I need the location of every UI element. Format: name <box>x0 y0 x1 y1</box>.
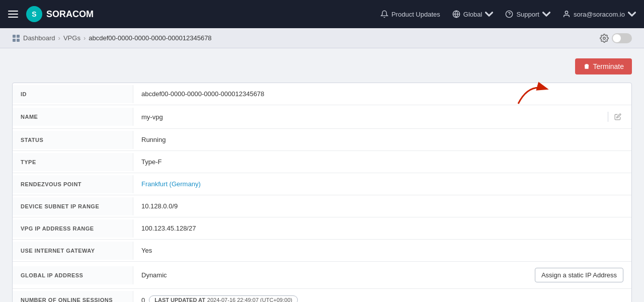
svg-rect-8 <box>17 39 20 42</box>
table-row: DEVICE SUBNET IP RANGE10.128.0.0/9 <box>13 195 631 217</box>
trash-icon <box>583 63 590 70</box>
row-label: VPG IP ADDRESS RANGE <box>13 219 133 238</box>
row-label: GLOBAL IP ADDRESS <box>13 266 133 284</box>
global-chevron-icon <box>485 10 493 18</box>
breadcrumb-bar: Dashboard › VPGs › abcdef00-0000-0000-00… <box>0 28 644 48</box>
row-label: DEVICE SUBNET IP RANGE <box>13 197 133 215</box>
row-text: my-vpg <box>141 113 163 121</box>
breadcrumb-dashboard[interactable]: Dashboard <box>23 34 55 42</box>
support-chevron-icon <box>542 10 550 18</box>
row-label: NAME <box>13 108 133 126</box>
breadcrumb: Dashboard › VPGs › abcdef00-0000-0000-00… <box>12 34 212 42</box>
terminate-label: Terminate <box>593 62 624 70</box>
logo-text: SORACOM <box>46 9 94 20</box>
table-row: STATUSRunning <box>13 129 631 151</box>
user-chevron-icon <box>628 10 636 18</box>
table-row: GLOBAL IP ADDRESSDynamicAssign a static … <box>13 262 631 289</box>
breadcrumb-sep-2: › <box>84 34 86 42</box>
product-updates-label: Product Updates <box>391 11 440 18</box>
svg-point-9 <box>603 37 606 39</box>
breadcrumb-current: abcdef00-0000-0000-0000-000012345678 <box>89 34 211 42</box>
last-updated-badge: LAST UPDATED AT2024-07-16 22:49:07 (UTC+… <box>149 295 298 302</box>
user-icon <box>562 10 571 18</box>
user-menu[interactable]: sora@soracom.io <box>562 10 636 18</box>
row-value: 0LAST UPDATED AT2024-07-16 22:49:07 (UTC… <box>133 289 631 302</box>
action-bar: Terminate <box>12 58 632 74</box>
settings-toggle <box>600 33 632 43</box>
table-row: IDabcdef00-0000-0000-0000-000012345678 <box>13 83 631 105</box>
svg-rect-5 <box>13 35 16 38</box>
product-updates-button[interactable]: Product Updates <box>380 10 440 18</box>
row-value: my-vpg <box>133 105 631 128</box>
row-value: 10.128.0.0/9 <box>133 196 631 216</box>
table-row: RENDEZVOUS POINTFrankfurt (Germany) <box>13 173 631 195</box>
table-row: NUMBER OF ONLINE SESSIONS0LAST UPDATED A… <box>13 289 631 302</box>
menu-icon[interactable] <box>8 11 18 18</box>
table-row: NAMEmy-vpg <box>13 105 631 129</box>
row-label: USE INTERNET GATEWAY <box>13 242 133 260</box>
global-label: Global <box>463 11 482 18</box>
topnav-right: Product Updates Global Support <box>380 10 636 18</box>
support-label: Support <box>516 11 539 18</box>
row-value: Yes <box>133 241 631 260</box>
support-icon <box>505 10 513 18</box>
user-label: sora@soracom.io <box>574 11 625 18</box>
detail-table: IDabcdef00-0000-0000-0000-000012345678NA… <box>12 83 632 302</box>
row-value: 100.123.45.128/27 <box>133 218 631 238</box>
table-row: VPG IP ADDRESS RANGE100.123.45.128/27 <box>13 217 631 240</box>
main-content: Terminate IDabcdef00-0000-0000-0000-0000… <box>0 48 644 302</box>
terminate-button[interactable]: Terminate <box>575 58 632 74</box>
bell-icon <box>380 10 388 18</box>
assign-static-ip-button[interactable]: Assign a static IP Address <box>535 268 623 282</box>
row-value: abcdef00-0000-0000-0000-000012345678 <box>133 84 631 104</box>
svg-rect-6 <box>17 35 20 38</box>
row-value: Frankfurt (Germany) <box>133 174 631 194</box>
breadcrumb-sep-1: › <box>58 34 60 42</box>
row-label: ID <box>13 85 133 103</box>
top-navigation: S SORACOM Product Updates Global <box>0 0 644 28</box>
global-selector[interactable]: Global <box>452 10 494 18</box>
logo-icon: S <box>26 6 42 22</box>
svg-point-4 <box>565 11 568 14</box>
badge-label: LAST UPDATED AT <box>154 297 205 302</box>
breadcrumb-vpgs[interactable]: VPGs <box>63 34 80 42</box>
settings-toggle-btn[interactable] <box>612 33 632 43</box>
support-menu[interactable]: Support <box>505 10 550 18</box>
row-value: DynamicAssign a static IP Address <box>133 262 631 288</box>
row-value: Running <box>133 130 631 149</box>
row-label: STATUS <box>13 131 133 149</box>
globe-icon <box>452 10 460 18</box>
dashboard-grid-icon <box>12 34 20 42</box>
row-text: Dynamic <box>141 271 167 279</box>
row-text: 0 <box>141 296 145 303</box>
edit-button[interactable] <box>612 111 623 122</box>
divider <box>608 112 608 122</box>
row-label: NUMBER OF ONLINE SESSIONS <box>13 291 133 302</box>
settings-gear-icon <box>600 34 609 43</box>
badge-value: 2024-07-16 22:49:07 (UTC+09:00) <box>207 297 292 302</box>
row-value: Type-F <box>133 152 631 172</box>
table-row: USE INTERNET GATEWAYYes <box>13 240 631 262</box>
row-label: RENDEZVOUS POINT <box>13 175 133 193</box>
svg-rect-7 <box>13 39 16 42</box>
table-row: TYPEType-F <box>13 151 631 173</box>
row-label: TYPE <box>13 153 133 171</box>
logo: S SORACOM <box>26 6 94 22</box>
